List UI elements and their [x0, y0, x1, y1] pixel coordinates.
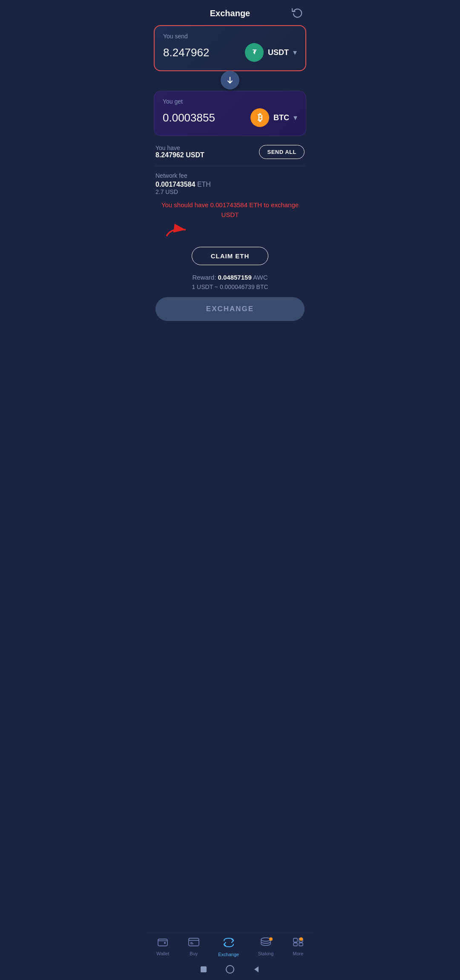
- nav-item-staking[interactable]: Staking: [258, 937, 274, 957]
- svg-rect-2: [164, 942, 166, 944]
- main-content: You send 8.247962 ₮ USDT ▾ You get: [147, 25, 313, 933]
- warning-arrow: [162, 221, 305, 238]
- nav-item-wallet[interactable]: Wallet: [156, 937, 169, 957]
- nav-item-exchange[interactable]: Exchange: [218, 937, 239, 957]
- nav-label-buy: Buy: [190, 951, 198, 956]
- you-have-row: You have 8.247962 USDT SEND ALL: [155, 145, 305, 159]
- info-section: You have 8.247962 USDT SEND ALL Network …: [154, 145, 306, 321]
- reward-text: Reward: 0.04857159 AWC: [155, 274, 305, 281]
- network-fee-section: Network fee 0.001743584 ETH 2.7 USD: [155, 172, 305, 195]
- claim-eth-button[interactable]: CLAIM ETH: [192, 247, 268, 265]
- stop-button[interactable]: [199, 965, 208, 974]
- nav-label-exchange: Exchange: [218, 952, 239, 957]
- rate-text: 1 USDT ~ 0.000046739 BTC: [155, 283, 305, 290]
- svg-rect-10: [293, 943, 297, 946]
- swap-button[interactable]: [221, 71, 239, 90]
- get-box: You get 0.0003855 ₿ BTC ▾: [154, 91, 306, 136]
- get-currency-name: BTC: [273, 113, 289, 122]
- bottom-nav: Wallet Buy Exchange: [147, 933, 313, 960]
- send-label: You send: [163, 33, 297, 40]
- swap-button-wrapper: [154, 71, 306, 90]
- send-currency-name: USDT: [268, 48, 289, 57]
- buy-icon: [188, 937, 199, 949]
- send-chevron-icon: ▾: [293, 48, 297, 57]
- network-fee-eth: 0.001743584 ETH: [155, 181, 305, 188]
- svg-rect-12: [201, 966, 207, 972]
- network-fee-label: Network fee: [155, 172, 305, 179]
- get-row: 0.0003855 ₿ BTC ▾: [163, 108, 297, 127]
- divider: [155, 166, 305, 166]
- svg-marker-14: [254, 966, 259, 972]
- get-chevron-icon: ▾: [293, 113, 297, 122]
- svg-point-13: [226, 966, 234, 973]
- you-have-group: You have 8.247962 USDT: [155, 145, 204, 159]
- send-amount[interactable]: 8.247962: [163, 46, 209, 59]
- nav-label-more: More: [293, 951, 303, 956]
- reward-section: Reward: 0.04857159 AWC 1 USDT ~ 0.000046…: [155, 274, 305, 290]
- more-notification-dot: [299, 937, 303, 941]
- wallet-icon: [158, 937, 168, 949]
- svg-rect-11: [299, 943, 303, 946]
- get-amount[interactable]: 0.0003855: [163, 111, 215, 124]
- warning-container: You should have 0.001743584 ETH to excha…: [155, 200, 305, 238]
- system-bar: [147, 960, 313, 980]
- network-fee-usd: 2.7 USD: [155, 188, 305, 195]
- send-row: 8.247962 ₮ USDT ▾: [163, 43, 297, 62]
- nav-label-wallet: Wallet: [156, 951, 169, 956]
- page-title: Exchange: [210, 9, 250, 18]
- exchange-icon: [223, 937, 234, 950]
- usdt-icon: ₮: [245, 43, 264, 62]
- btc-icon: ₿: [250, 108, 269, 127]
- nav-item-more[interactable]: More: [293, 937, 304, 957]
- exchange-button[interactable]: EXCHANGE: [155, 297, 305, 321]
- header: Exchange: [147, 0, 313, 25]
- svg-rect-1: [158, 939, 167, 946]
- get-currency-selector[interactable]: ₿ BTC ▾: [250, 108, 297, 127]
- you-have-label: You have: [155, 145, 204, 151]
- history-icon[interactable]: [292, 7, 303, 20]
- nav-label-staking: Staking: [258, 951, 274, 956]
- home-button[interactable]: [225, 965, 235, 974]
- send-currency-selector[interactable]: ₮ USDT ▾: [245, 43, 297, 62]
- staking-notification-dot: [269, 937, 273, 941]
- network-fee-eth-unit: ETH: [197, 181, 211, 188]
- svg-rect-8: [293, 938, 297, 942]
- reward-unit: AWC: [253, 274, 267, 281]
- reward-value: 0.04857159: [218, 274, 251, 281]
- get-label: You get: [163, 98, 297, 105]
- you-have-value: 8.247962 USDT: [155, 151, 204, 159]
- send-box: You send 8.247962 ₮ USDT ▾: [154, 25, 306, 71]
- warning-text: You should have 0.001743584 ETH to excha…: [155, 200, 305, 220]
- nav-item-buy[interactable]: Buy: [188, 937, 199, 957]
- claim-eth-section: CLAIM ETH: [155, 247, 305, 265]
- send-all-button[interactable]: SEND ALL: [259, 145, 305, 159]
- svg-rect-3: [189, 938, 199, 946]
- back-button[interactable]: [252, 965, 261, 974]
